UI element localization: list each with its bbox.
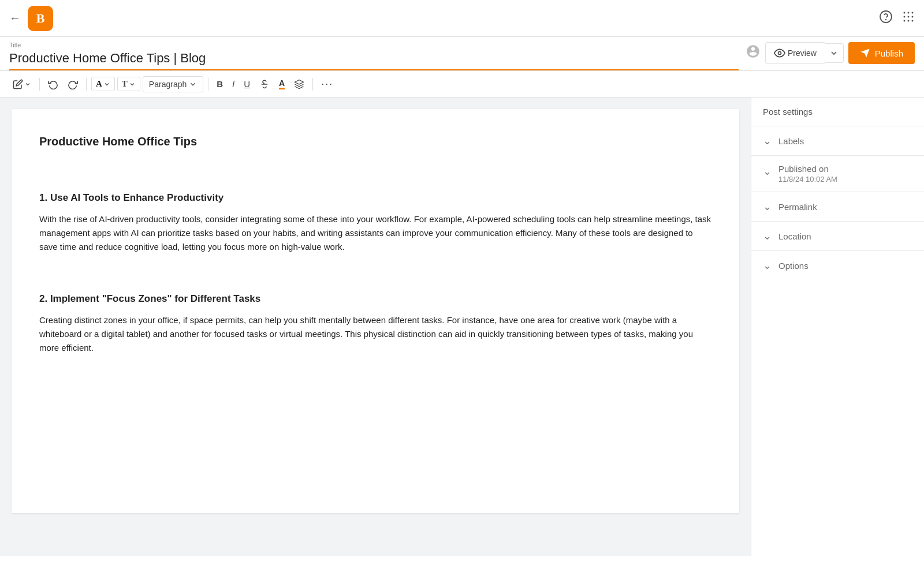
separator-3 [208, 78, 208, 91]
section2-body: Creating distinct zones in your office, … [39, 313, 711, 355]
options-label: Options [778, 261, 808, 271]
grid-button[interactable] [902, 10, 915, 27]
italic-button[interactable]: I [229, 77, 238, 91]
undo-button[interactable] [44, 77, 62, 92]
toolbar: A T Paragraph B I U A [0, 71, 924, 98]
title-input[interactable] [9, 51, 739, 70]
published-date: 11/8/24 10:02 AM [778, 175, 837, 183]
back-button[interactable]: ← [9, 12, 21, 25]
paragraph-label: Paragraph [149, 80, 187, 89]
paint-icon [294, 79, 304, 89]
sidebar-item-permalink[interactable]: ⌄ Permalink [751, 192, 924, 221]
strikethrough-icon [259, 79, 270, 89]
paint-button[interactable] [290, 77, 308, 92]
svg-point-3 [908, 12, 910, 13]
top-nav: ← B [0, 0, 924, 37]
publish-label: Publish [875, 48, 903, 58]
svg-point-5 [904, 16, 906, 17]
pencil-dropdown-icon [24, 81, 31, 88]
paragraph-button[interactable]: Paragraph [143, 76, 203, 92]
labels-label: Labels [778, 136, 804, 146]
pencil-icon [13, 79, 23, 89]
underline-button[interactable]: U [240, 77, 254, 91]
chevron-published-icon: ⌄ [763, 165, 772, 178]
svg-point-2 [904, 12, 906, 13]
chevron-options-icon: ⌄ [763, 259, 772, 272]
chevron-location-icon: ⌄ [763, 230, 772, 242]
section1-title: 1. Use AI Tools to Enhance Productivity [39, 190, 711, 205]
text-size-dropdown-icon [129, 81, 136, 88]
svg-point-8 [904, 20, 906, 21]
sidebar: Post settings ⌄ Labels ⌄ Published on 11… [751, 98, 924, 556]
blogger-logo: B [28, 6, 53, 31]
permalink-label: Permalink [778, 202, 817, 212]
section2-title: 2. Implement "Focus Zones" for Different… [39, 291, 711, 306]
sidebar-item-labels[interactable]: ⌄ Labels [751, 126, 924, 155]
paragraph-dropdown-icon [189, 80, 197, 88]
highlight-icon: A [279, 78, 285, 89]
title-area: Title Preview [0, 37, 924, 71]
text-color-icon: A [96, 79, 102, 89]
chevron-permalink-icon: ⌄ [763, 200, 772, 213]
chevron-labels-icon: ⌄ [763, 134, 772, 147]
svg-point-0 [880, 11, 892, 23]
text-color-dropdown-icon [103, 81, 110, 88]
svg-point-6 [908, 16, 910, 17]
text-color-button[interactable]: A [91, 77, 115, 91]
separator-2 [86, 78, 87, 91]
more-icon: ··· [321, 78, 333, 90]
title-section: Title [9, 42, 739, 70]
eye-icon [774, 47, 785, 59]
section1-body: With the rise of AI-driven productivity … [39, 212, 711, 254]
separator-4 [312, 78, 313, 91]
redo-icon [68, 79, 78, 89]
nav-left: ← B [9, 6, 53, 31]
separator-1 [39, 78, 40, 91]
svg-point-7 [912, 16, 914, 17]
help-button[interactable] [879, 10, 893, 27]
preview-group: Preview [765, 42, 844, 64]
pencil-button[interactable] [9, 77, 35, 92]
text-size-button[interactable]: T [117, 77, 140, 91]
title-actions: Preview Publish [746, 42, 915, 70]
svg-marker-13 [860, 49, 869, 58]
published-content: Published on 11/8/24 10:02 AM [778, 164, 837, 183]
chevron-down-icon [829, 48, 839, 58]
undo-icon [48, 79, 58, 89]
bold-icon: B [217, 79, 223, 89]
highlight-button[interactable]: A [275, 76, 288, 92]
bold-button[interactable]: B [213, 77, 226, 91]
sidebar-item-published[interactable]: ⌄ Published on 11/8/24 10:02 AM [751, 155, 924, 192]
preview-dropdown-button[interactable] [825, 43, 844, 63]
sidebar-item-options[interactable]: ⌄ Options [751, 250, 924, 280]
italic-icon: I [232, 79, 234, 89]
publish-button[interactable]: Publish [848, 42, 915, 64]
preview-button[interactable]: Preview [765, 42, 825, 64]
sidebar-item-location[interactable]: ⌄ Location [751, 221, 924, 250]
editor-container[interactable]: Productive Home Office Tips 1. Use AI To… [0, 98, 751, 556]
more-button[interactable]: ··· [318, 76, 337, 92]
redo-button[interactable] [64, 77, 81, 92]
underline-icon: U [244, 79, 250, 89]
save-button[interactable] [746, 44, 761, 62]
sidebar-title: Post settings [751, 98, 924, 126]
svg-point-4 [912, 12, 914, 13]
svg-point-11 [778, 52, 781, 55]
svg-point-10 [912, 20, 914, 21]
published-label: Published on [778, 164, 837, 174]
title-label: Title [9, 42, 739, 48]
editor-content[interactable]: Productive Home Office Tips 1. Use AI To… [12, 109, 739, 513]
nav-right [879, 10, 915, 27]
preview-label: Preview [788, 48, 817, 58]
main-layout: Productive Home Office Tips 1. Use AI To… [0, 98, 924, 556]
svg-point-9 [908, 20, 910, 21]
strikethrough-button[interactable] [256, 77, 273, 92]
location-label: Location [778, 231, 811, 241]
send-icon [860, 48, 870, 58]
text-size-icon: T [122, 79, 128, 89]
editor-heading: Productive Home Office Tips [39, 132, 711, 151]
